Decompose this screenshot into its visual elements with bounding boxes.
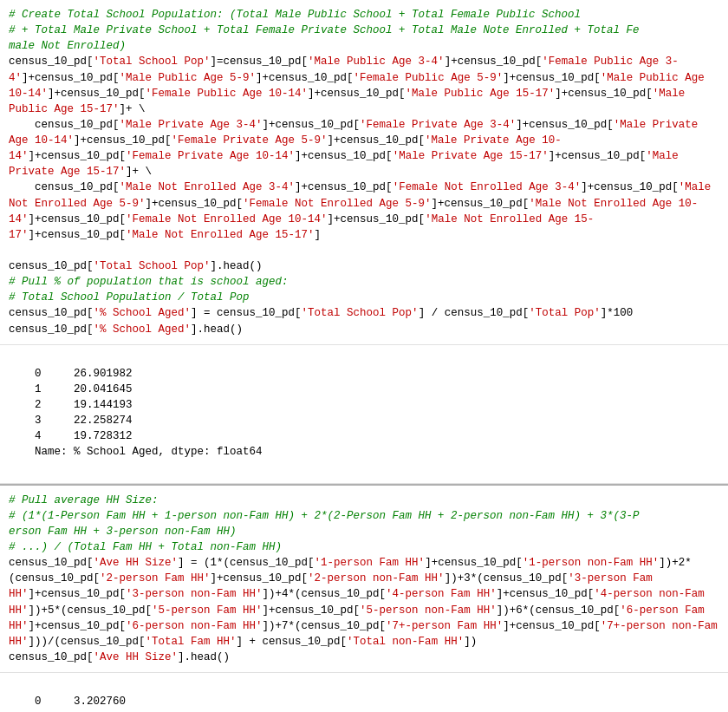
school-pop-code-block: # Create Total School Population: (Total… bbox=[0, 0, 728, 345]
output-line-4: 4 19.728312 bbox=[35, 430, 133, 442]
output-line-1: 1 20.041645 bbox=[35, 383, 133, 395]
hh-size-code-block: # Pull average HH Size: # (1*(1-Person F… bbox=[0, 486, 728, 673]
output-line-2: 2 19.144193 bbox=[35, 399, 133, 411]
comment-1: # Create Total School Population: (Total… bbox=[9, 9, 640, 52]
school-aged-output-block: 0 26.901982 1 20.041645 2 19.144193 3 22… bbox=[0, 345, 728, 484]
output-line-3: 3 22.258274 bbox=[35, 415, 133, 427]
output-dtype-school-aged: Name: % School Aged, dtype: float64 bbox=[35, 446, 263, 458]
hh-output-line-0: 0 3.202760 bbox=[35, 696, 126, 708]
hh-size-output-block: 0 3.202760 1 2.154720 2 2.160188 3 2.830… bbox=[0, 673, 728, 712]
comment-hh-size: # Pull average HH Size: # (1*(1-Person F… bbox=[9, 494, 640, 553]
notebook-container: # Create Total School Population: (Total… bbox=[0, 0, 728, 712]
output-line-0: 0 26.901982 bbox=[35, 368, 133, 380]
